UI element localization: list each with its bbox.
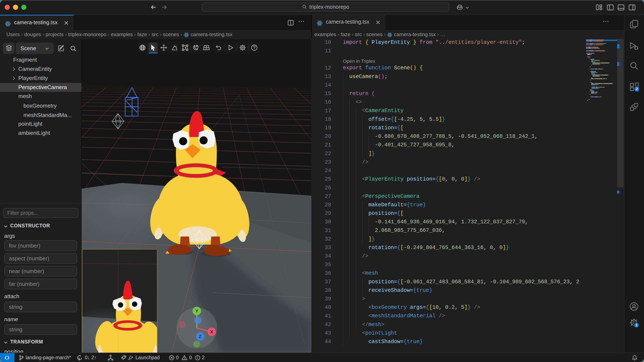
svg-text:2: 2 — [636, 87, 638, 91]
svg-text:X: X — [210, 329, 213, 334]
svg-text:1: 1 — [636, 323, 638, 327]
svg-text:Y: Y — [195, 308, 198, 313]
svg-text:Z: Z — [199, 334, 202, 339]
